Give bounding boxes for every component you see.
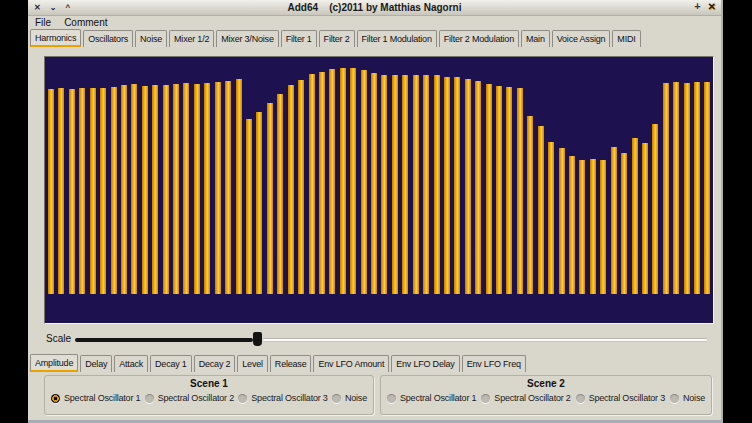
harmonic-bar-54[interactable] — [600, 160, 606, 294]
harmonic-bar-41[interactable] — [465, 79, 471, 294]
radio-scene2-spectral-oscillator-1[interactable]: Spectral Oscillator 1 — [387, 393, 476, 403]
harmonic-bar-1[interactable] — [48, 89, 54, 294]
title-bar[interactable]: ✕ ⌄ ^ Add64 (c)2011 by Matthias Nagorni … — [28, 0, 721, 16]
tab-noise[interactable]: Noise — [135, 30, 167, 47]
tab-filter-1-modulation[interactable]: Filter 1 Modulation — [357, 30, 437, 47]
harmonic-bar-62[interactable] — [684, 83, 690, 294]
tab-filter-2[interactable]: Filter 2 — [319, 30, 355, 47]
harmonic-bar-64[interactable] — [704, 82, 710, 294]
harmonic-bar-52[interactable] — [579, 160, 585, 294]
harmonic-bar-25[interactable] — [298, 80, 304, 294]
param-tab-env-lfo-amount[interactable]: Env LFO Amount — [313, 355, 389, 372]
close-window-icon[interactable]: ✕ — [708, 1, 716, 12]
harmonic-bar-32[interactable] — [371, 73, 377, 294]
tab-mixer-1-2[interactable]: Mixer 1/2 — [169, 30, 214, 47]
harmonic-bar-23[interactable] — [277, 94, 283, 294]
harmonic-bar-63[interactable] — [694, 82, 700, 294]
harmonic-bar-36[interactable] — [413, 75, 419, 294]
harmonic-bar-37[interactable] — [423, 75, 429, 294]
param-tab-decay-1[interactable]: Decay 1 — [150, 355, 192, 372]
harmonic-bar-3[interactable] — [69, 89, 75, 294]
tab-main[interactable]: Main — [521, 30, 550, 47]
param-tab-release[interactable]: Release — [270, 355, 312, 372]
harmonic-bar-26[interactable] — [309, 74, 315, 294]
tab-filter-1[interactable]: Filter 1 — [281, 30, 317, 47]
radio-scene2-noise[interactable]: Noise — [670, 393, 705, 403]
harmonic-bar-8[interactable] — [121, 85, 127, 294]
radio-scene1-spectral-oscillator-2[interactable]: Spectral Oscillator 2 — [145, 393, 234, 403]
harmonic-bar-48[interactable] — [538, 126, 544, 294]
radio-scene2-spectral-oscillator-3[interactable]: Spectral Oscillator 3 — [576, 393, 665, 403]
tab-midi[interactable]: MIDI — [612, 30, 640, 47]
param-tab-env-lfo-delay[interactable]: Env LFO Delay — [391, 355, 459, 372]
tab-mixer-3-noise[interactable]: Mixer 3/Noise — [216, 30, 278, 47]
harmonic-bar-21[interactable] — [256, 112, 262, 294]
harmonic-bar-46[interactable] — [517, 88, 523, 294]
harmonic-bar-20[interactable] — [246, 119, 252, 294]
harmonic-bar-24[interactable] — [288, 85, 294, 294]
menu-file[interactable]: File — [35, 17, 51, 28]
harmonic-bar-6[interactable] — [100, 88, 106, 294]
harmonic-bar-49[interactable] — [548, 142, 554, 294]
radio-scene1-spectral-oscillator-3[interactable]: Spectral Oscillator 3 — [238, 393, 327, 403]
harmonic-bar-15[interactable] — [194, 84, 200, 294]
param-tab-amplitude[interactable]: Amplitude — [30, 354, 78, 372]
radio-indicator-icon[interactable] — [481, 394, 490, 403]
harmonics-chart[interactable] — [44, 56, 714, 324]
harmonic-bar-45[interactable] — [506, 87, 512, 294]
harmonic-bar-33[interactable] — [381, 75, 387, 294]
radio-scene1-noise[interactable]: Noise — [332, 393, 367, 403]
tab-oscillators[interactable]: Oscillators — [83, 30, 133, 47]
harmonic-bar-9[interactable] — [131, 84, 137, 294]
harmonic-bar-17[interactable] — [215, 82, 221, 294]
radio-indicator-icon[interactable] — [51, 394, 60, 403]
harmonic-bar-35[interactable] — [402, 75, 408, 294]
tab-harmonics[interactable]: Harmonics — [30, 29, 81, 47]
param-tab-delay[interactable]: Delay — [80, 355, 112, 372]
radio-indicator-icon[interactable] — [145, 394, 154, 403]
harmonic-bar-58[interactable] — [642, 143, 648, 294]
harmonic-bar-44[interactable] — [496, 86, 502, 294]
harmonic-bar-51[interactable] — [569, 156, 575, 294]
scale-slider-fill[interactable] — [75, 338, 253, 342]
harmonic-bar-43[interactable] — [486, 84, 492, 294]
harmonic-bar-50[interactable] — [559, 148, 565, 294]
shade-icon[interactable]: ⌄ — [50, 4, 57, 12]
radio-scene2-spectral-oscillator-2[interactable]: Spectral Oscillator 2 — [481, 393, 570, 403]
harmonic-bar-59[interactable] — [652, 124, 658, 294]
param-tab-env-lfo-freq[interactable]: Env LFO Freq — [462, 355, 526, 372]
radio-indicator-icon[interactable] — [670, 394, 679, 403]
harmonic-bar-19[interactable] — [236, 79, 242, 294]
harmonic-bar-14[interactable] — [183, 83, 189, 294]
harmonic-bar-42[interactable] — [475, 81, 481, 294]
radio-indicator-icon[interactable] — [576, 394, 585, 403]
harmonic-bar-53[interactable] — [590, 159, 596, 294]
harmonic-bar-7[interactable] — [111, 87, 117, 294]
harmonic-bar-11[interactable] — [152, 85, 158, 294]
harmonic-bar-40[interactable] — [454, 77, 460, 294]
harmonic-bar-55[interactable] — [611, 147, 617, 294]
harmonic-bar-61[interactable] — [673, 82, 679, 294]
harmonic-bar-28[interactable] — [329, 69, 335, 294]
scale-slider-handle[interactable] — [253, 332, 262, 346]
harmonic-bar-38[interactable] — [434, 75, 440, 294]
stick-icon[interactable]: ^ — [65, 4, 70, 12]
close-icon[interactable]: ✕ — [34, 4, 41, 12]
scale-slider-groove[interactable] — [262, 338, 708, 342]
radio-indicator-icon[interactable] — [387, 394, 396, 403]
tab-filter-2-modulation[interactable]: Filter 2 Modulation — [439, 30, 519, 47]
harmonic-bar-27[interactable] — [319, 72, 325, 294]
harmonic-bar-5[interactable] — [90, 88, 96, 294]
harmonic-bar-47[interactable] — [527, 116, 533, 294]
maximize-icon[interactable]: + — [694, 1, 700, 12]
harmonic-bar-18[interactable] — [225, 81, 231, 294]
param-tab-level[interactable]: Level — [237, 355, 268, 372]
param-tab-decay-2[interactable]: Decay 2 — [194, 355, 236, 372]
harmonic-bar-31[interactable] — [361, 70, 367, 294]
menu-comment[interactable]: Comment — [64, 17, 107, 28]
param-tab-attack[interactable]: Attack — [114, 355, 148, 372]
harmonic-bar-16[interactable] — [204, 83, 210, 294]
harmonic-bar-12[interactable] — [163, 85, 169, 294]
harmonic-bar-57[interactable] — [632, 138, 638, 294]
harmonic-bar-4[interactable] — [79, 88, 85, 294]
